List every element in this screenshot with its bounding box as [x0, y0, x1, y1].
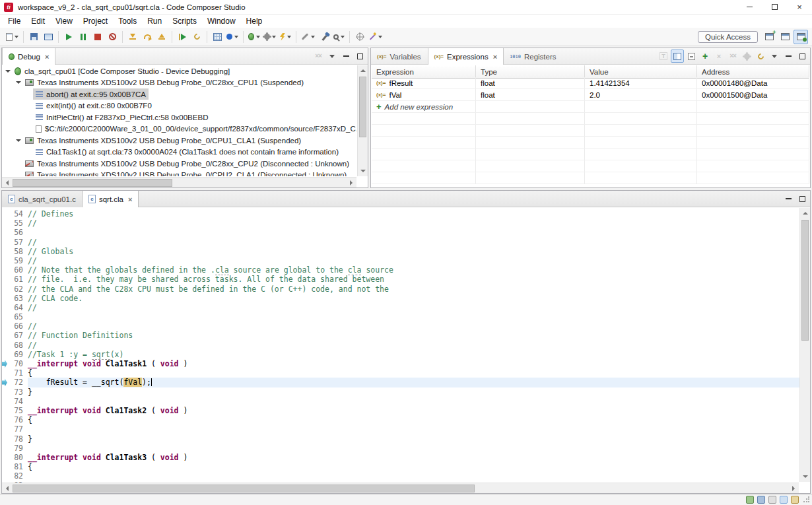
debug-tree-item[interactable]: Texas Instruments XDS100v2 USB Debug Pro…: [3, 170, 356, 177]
minimize-window-button[interactable]: [737, 0, 762, 15]
line-number[interactable]: 65: [8, 312, 28, 321]
code-text[interactable]: //: [28, 238, 799, 247]
scrollbar-thumb[interactable]: [13, 485, 475, 492]
debug-tree-item[interactable]: abort() at exit.c:95 0x00B7CA: [3, 88, 356, 100]
column-header-address[interactable]: Address: [697, 65, 809, 79]
line-gutter[interactable]: [2, 312, 8, 321]
code-editor[interactable]: 54// Defines55//5657//58// Globals59//60…: [2, 208, 799, 483]
scroll-up-button[interactable]: [800, 208, 811, 219]
line-number[interactable]: 74: [8, 397, 28, 406]
maximize-button[interactable]: [795, 50, 809, 63]
line-number[interactable]: 55: [8, 219, 28, 228]
line-number[interactable]: 58: [8, 247, 28, 256]
code-line-58[interactable]: 58// Globals: [2, 247, 799, 256]
menu-file[interactable]: File: [3, 15, 26, 27]
line-number[interactable]: 75: [8, 406, 28, 415]
line-gutter[interactable]: [2, 303, 8, 312]
debug-tree-item[interactable]: Texas Instruments XDS100v2 USB Debug Pro…: [3, 135, 356, 147]
add-expression-button[interactable]: +: [698, 50, 712, 63]
menu-tools[interactable]: Tools: [113, 15, 142, 27]
editor-horizontal-scrollbar[interactable]: [2, 483, 799, 493]
line-number[interactable]: 66: [8, 321, 28, 331]
expression-cell[interactable]: (x)=fVal: [372, 89, 476, 101]
code-line-75[interactable]: 75__interrupt void Cla1Task2 ( void ): [2, 406, 799, 415]
layout-toggle-button[interactable]: [671, 50, 684, 63]
line-gutter[interactable]: [2, 219, 8, 228]
scroll-left-button[interactable]: [2, 483, 13, 494]
line-gutter[interactable]: [2, 462, 8, 471]
line-gutter[interactable]: [2, 350, 8, 359]
refresh-view-button[interactable]: [754, 50, 767, 63]
menu-run[interactable]: Run: [142, 15, 167, 27]
tab-debug[interactable]: Debug ×: [2, 48, 55, 65]
line-gutter[interactable]: [2, 321, 8, 331]
menu-view[interactable]: View: [50, 15, 78, 27]
line-gutter[interactable]: [2, 341, 8, 350]
code-line-69[interactable]: 69//Task 1 :y = sqrt(x): [2, 350, 799, 359]
expander-icon[interactable]: [15, 81, 22, 84]
pin-button[interactable]: [317, 30, 331, 44]
code-line-55[interactable]: 55//: [2, 219, 799, 228]
code-text[interactable]: __interrupt void Cla1Task2 ( void ): [28, 406, 799, 415]
line-number[interactable]: 62: [8, 285, 28, 294]
collapse-all-button[interactable]: [685, 50, 698, 63]
scrollbar-thumb[interactable]: [13, 179, 172, 187]
type-cell[interactable]: float: [476, 77, 585, 89]
add-new-expression-cell[interactable]: +Add new expression: [372, 101, 476, 113]
menu-help[interactable]: Help: [241, 15, 268, 27]
line-number[interactable]: 78: [8, 434, 28, 444]
debug-vertical-scrollbar[interactable]: [357, 65, 368, 176]
debug-tree-item[interactable]: Texas Instruments XDS100v2 USB Debug Pro…: [3, 77, 356, 89]
code-line-80[interactable]: 80__interrupt void Cla1Task3 ( void ): [2, 453, 799, 462]
address-cell[interactable]: 0x00001480@Data: [697, 77, 809, 89]
line-number[interactable]: 80: [8, 453, 28, 462]
code-text[interactable]: }: [28, 434, 799, 444]
code-line-70[interactable]: 70__interrupt void Cla1Task1 ( void ): [2, 359, 799, 368]
line-gutter[interactable]: [2, 415, 8, 424]
code-line-64[interactable]: 64//: [2, 303, 799, 312]
resize-grip[interactable]: [803, 496, 809, 503]
search-button[interactable]: [331, 30, 347, 44]
code-text[interactable]: __interrupt void Cla1Task3 ( void ): [28, 453, 799, 462]
disconnect-button[interactable]: [105, 30, 119, 44]
code-text[interactable]: [28, 424, 799, 434]
code-text[interactable]: //: [28, 341, 799, 350]
tab-expressions[interactable]: (x)=Expressions×: [428, 48, 504, 65]
step-into-button[interactable]: [125, 30, 140, 44]
line-gutter[interactable]: [2, 209, 8, 219]
code-text[interactable]: [28, 312, 799, 321]
scrollbar-thumb[interactable]: [359, 77, 366, 137]
line-gutter[interactable]: [2, 378, 8, 387]
scroll-down-button[interactable]: [800, 471, 811, 482]
code-text[interactable]: //: [28, 303, 799, 312]
code-line-61[interactable]: 61// file. i.e. they may be shared acros…: [2, 275, 799, 284]
code-text[interactable]: __interrupt void Cla1Task1 ( void ): [28, 359, 799, 368]
code-line-72[interactable]: 72 fResult = __sqrt(fVal);: [2, 378, 799, 387]
code-text[interactable]: //Task 1 :y = sqrt(x): [28, 350, 799, 359]
line-gutter[interactable]: [2, 453, 8, 462]
line-number[interactable]: 56: [8, 228, 28, 237]
quick-access-button[interactable]: Quick Access: [698, 31, 758, 43]
column-header-value[interactable]: Value: [585, 65, 697, 79]
tips-icon[interactable]: [780, 496, 788, 504]
maximize-button[interactable]: [795, 192, 809, 205]
line-gutter[interactable]: [2, 247, 8, 256]
debug-tree-item[interactable]: $C:/ti/c2000/C2000Ware_3_01_00_00/device…: [3, 123, 356, 135]
code-text[interactable]: [28, 444, 799, 453]
maximize-button[interactable]: [353, 50, 366, 63]
restart-button[interactable]: [175, 30, 189, 44]
close-tab-icon[interactable]: ×: [45, 53, 49, 61]
code-text[interactable]: //: [28, 321, 799, 331]
line-gutter[interactable]: [2, 275, 8, 284]
line-gutter[interactable]: [2, 406, 8, 415]
code-text[interactable]: // Globals: [28, 247, 799, 256]
debug-horizontal-scrollbar[interactable]: [2, 177, 356, 187]
code-text[interactable]: {: [28, 415, 799, 424]
menu-project[interactable]: Project: [78, 15, 113, 27]
address-cell[interactable]: 0x00001500@Data: [697, 89, 809, 101]
tab-registers[interactable]: 1010Registers: [504, 48, 562, 65]
expression-cell[interactable]: (x)=fResult: [372, 77, 476, 89]
type-cell[interactable]: float: [476, 89, 585, 101]
code-line-68[interactable]: 68//: [2, 341, 799, 350]
line-gutter[interactable]: [2, 256, 8, 265]
